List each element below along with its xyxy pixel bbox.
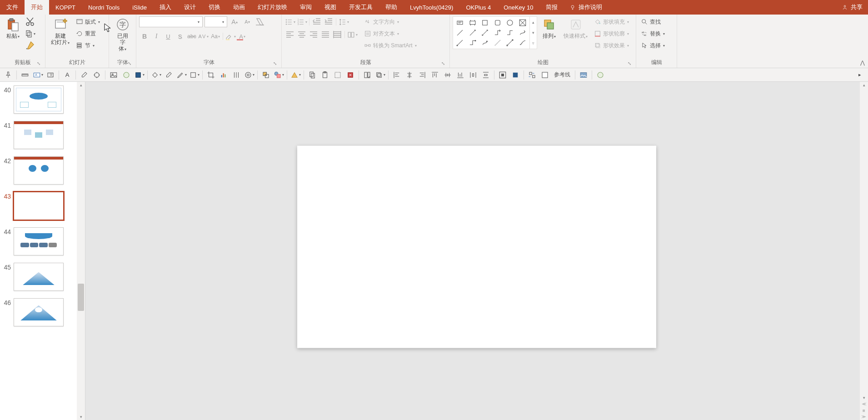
shapes-gallery-scroll[interactable]: ▴▾▿ (530, 16, 537, 49)
next-slide-nav[interactable]: ⪼ (860, 414, 868, 420)
shape-fill-button[interactable]: 形状填充▾ (592, 16, 631, 27)
slide-thumbnail-46[interactable]: 46 (0, 295, 85, 330)
tab-design[interactable]: 设计 (178, 0, 202, 15)
shrink-font-button[interactable]: A▾ (242, 16, 253, 27)
strike-button[interactable]: abc (186, 31, 197, 42)
qat-delete[interactable] (345, 70, 356, 80)
qat-image[interactable] (578, 70, 589, 80)
shadow-button[interactable]: S (175, 31, 185, 42)
numbering-button[interactable]: 123▾ (296, 16, 307, 27)
layout-button[interactable]: 版式▾ (74, 16, 102, 27)
qat-textframe[interactable]: 文 (45, 70, 56, 80)
copy-button[interactable]: ▾ (25, 28, 35, 39)
slide-thumbnail-44[interactable]: 44 (0, 224, 85, 259)
canvas-scrollbar[interactable]: ▴ ▾ ⪻ ≡ ⪼ (860, 82, 868, 420)
text-direction-button[interactable]: A文字方向▾ (362, 16, 419, 27)
justify-button[interactable] (320, 29, 331, 40)
slide-nav-menu[interactable]: ≡ (860, 407, 868, 414)
tab-file[interactable]: 文件 (0, 0, 25, 15)
qat-textbox[interactable]: A▾ (32, 70, 43, 80)
tab-brief[interactable]: 简报 (539, 0, 564, 15)
qat-align-top[interactable] (429, 70, 440, 80)
qat-pen[interactable]: ▾ (176, 70, 187, 80)
cut-button[interactable] (25, 16, 35, 27)
clear-format-button[interactable] (254, 16, 265, 27)
outdent-button[interactable] (311, 16, 322, 27)
highlight-button[interactable]: ▾ (225, 31, 236, 42)
tab-lvyhtools[interactable]: LvyhTools(0429) (404, 0, 459, 15)
tab-animation[interactable]: 动画 (227, 0, 251, 15)
qat-pin[interactable] (3, 70, 14, 80)
qat-align-right[interactable] (417, 70, 428, 80)
paste-button[interactable]: 粘贴▾ (3, 16, 23, 41)
align-text-button[interactable]: 对齐文本▾ (362, 28, 419, 39)
qat-layers[interactable]: ▾ (374, 70, 385, 80)
font-name-combo[interactable]: ▾ (139, 16, 203, 27)
shapes-gallery[interactable] (453, 16, 530, 49)
qat-donut[interactable]: ▾ (244, 70, 254, 80)
underline-button[interactable]: U (163, 31, 174, 42)
tab-review[interactable]: 审阅 (294, 0, 318, 15)
new-slide-button[interactable]: 新建 幻灯片▾ (48, 16, 72, 47)
grow-font-button[interactable]: A▴ (229, 16, 240, 27)
align-left-button[interactable] (284, 29, 295, 40)
indent-button[interactable] (323, 16, 334, 27)
qat-focus[interactable] (497, 70, 508, 80)
tab-onekey[interactable]: OneKey 10 (497, 0, 539, 15)
font-dialog-launcher[interactable]: ⤡ (272, 61, 278, 66)
share-button[interactable]: 共享 (836, 3, 868, 11)
slide-thumbnail-42[interactable]: 42 (0, 153, 85, 188)
replace-button[interactable]: abac替换▾ (639, 28, 667, 39)
qat-square[interactable] (510, 70, 521, 80)
qat-shape[interactable]: ▾ (189, 70, 200, 80)
slide-thumbnail-43[interactable]: 43 (0, 188, 85, 224)
tab-help[interactable]: 帮助 (379, 0, 404, 15)
columns-button[interactable]: ▾ (347, 29, 358, 40)
change-case-button[interactable]: Aa▾ (210, 31, 221, 42)
qat-bring-front[interactable] (260, 70, 271, 80)
qat-swap[interactable] (527, 70, 538, 80)
qat-bucket[interactable]: ▾ (150, 70, 161, 80)
qat-shapes2[interactable]: ▾ (273, 70, 284, 80)
qat-dist-h[interactable] (468, 70, 479, 80)
slide-thumbnail-45[interactable]: 45 (0, 259, 85, 295)
qat-align-center[interactable] (404, 70, 415, 80)
qat-grid[interactable] (231, 70, 242, 80)
qat-eyedrop2[interactable] (163, 70, 174, 80)
qat-overflow[interactable]: ▸ (854, 70, 865, 80)
section-button[interactable]: 节▾ (74, 40, 102, 51)
smartart-button[interactable]: 转换为 SmartArt▾ (362, 40, 419, 51)
qat-circle[interactable] (121, 70, 132, 80)
drawing-dialog-launcher[interactable]: ⤡ (627, 61, 632, 66)
font-size-combo[interactable]: ▾ (205, 16, 227, 27)
qat-crop[interactable] (205, 70, 216, 80)
quick-style-button[interactable]: 快速样式▾ (561, 16, 590, 41)
align-right-button[interactable] (308, 29, 319, 40)
tab-slideshow[interactable]: 幻灯片放映 (251, 0, 294, 15)
qat-eyedrop1[interactable] (79, 70, 90, 80)
spacing-button[interactable]: AV▾ (198, 31, 209, 42)
tab-transition[interactable]: 切换 (202, 0, 227, 15)
usedfont-dialog-launcher[interactable]: ⤡ (127, 61, 132, 66)
tab-koppt[interactable]: KOPPT (49, 0, 82, 15)
clipboard-dialog-launcher[interactable]: ⤡ (36, 61, 41, 66)
distributed-button[interactable] (332, 29, 343, 40)
qat-triangle[interactable]: ▾ (290, 70, 301, 80)
font-color-button[interactable]: A▾ (237, 31, 248, 42)
qat-align-bottom[interactable] (455, 70, 466, 80)
paragraph-dialog-launcher[interactable]: ⤡ (440, 61, 446, 66)
qat-fillcolor[interactable]: ▾ (134, 70, 145, 80)
tab-view[interactable]: 视图 (318, 0, 343, 15)
qat-target[interactable] (91, 70, 102, 80)
qat-picture[interactable] (108, 70, 119, 80)
qat-copy[interactable] (307, 70, 318, 80)
slide-canvas-area[interactable]: ▴ ▾ ⪻ ≡ ⪼ (85, 82, 868, 420)
qat-selpane[interactable] (362, 70, 373, 80)
thumbnail-scrollbar[interactable]: ▴ ▾ (77, 82, 85, 420)
qat-ruler[interactable] (20, 70, 30, 80)
tab-insert[interactable]: 插入 (153, 0, 178, 15)
used-font-button[interactable]: 字 已用字 体▾ (112, 16, 133, 54)
slide-thumbnail-pane[interactable]: 40414243444546 ▴ ▾ (0, 82, 85, 420)
format-painter-button[interactable] (25, 40, 35, 51)
qat-align-left[interactable] (391, 70, 402, 80)
